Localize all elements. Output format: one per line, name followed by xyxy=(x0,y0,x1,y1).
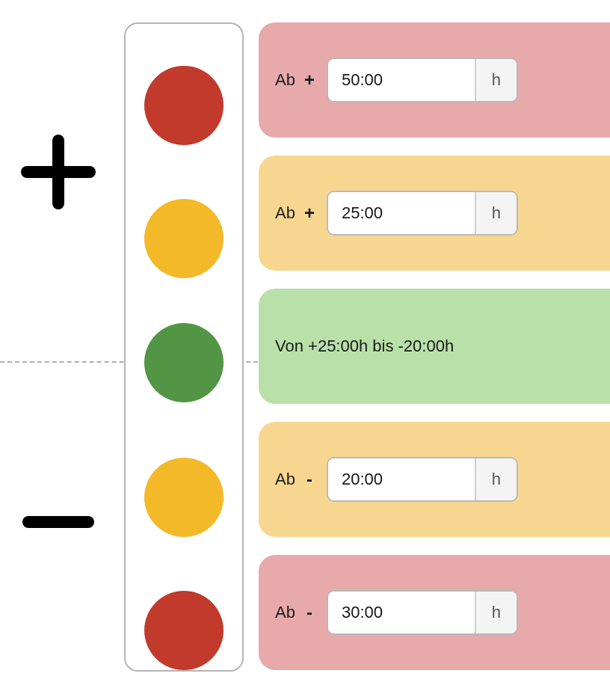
ab-label: Ab xyxy=(275,470,295,489)
sign-label: + xyxy=(303,203,316,224)
time-input-group: h xyxy=(327,58,518,102)
threshold-card-red-top: Ab + h xyxy=(259,22,610,138)
unit-label: h xyxy=(475,192,517,234)
unit-label: h xyxy=(475,59,517,101)
threshold-input-red-bot[interactable] xyxy=(328,592,475,633)
threshold-input-yellow-top[interactable] xyxy=(328,192,475,234)
ab-label: Ab xyxy=(275,603,295,622)
green-dot xyxy=(144,323,224,402)
red-dot-top xyxy=(144,66,224,145)
ab-label: Ab xyxy=(275,70,295,90)
sign-label: - xyxy=(303,469,316,490)
ab-label: Ab xyxy=(275,203,295,223)
unit-label: h xyxy=(475,592,517,633)
time-input-group: h xyxy=(327,191,518,236)
yellow-dot-bot xyxy=(144,458,224,537)
threshold-card-yellow-bot: Ab - h xyxy=(259,422,610,537)
yellow-dot-top xyxy=(144,199,224,278)
unit-label: h xyxy=(475,458,517,500)
plus-icon xyxy=(13,135,103,209)
traffic-light-column xyxy=(124,22,244,672)
green-range-text: Von +25:00h bis -20:00h xyxy=(275,337,454,356)
time-input-group: h xyxy=(327,590,518,635)
threshold-input-yellow-bot[interactable] xyxy=(328,458,475,500)
threshold-card-red-bot: Ab - h xyxy=(259,555,610,670)
time-input-group: h xyxy=(327,457,518,502)
red-dot-bot xyxy=(144,591,224,670)
threshold-card-yellow-top: Ab + h xyxy=(259,156,610,271)
minus-icon xyxy=(13,485,103,559)
sign-label: - xyxy=(303,602,316,623)
threshold-input-red-top[interactable] xyxy=(328,59,475,101)
sign-label: + xyxy=(303,70,316,90)
threshold-card-green: Von +25:00h bis -20:00h xyxy=(259,289,610,404)
